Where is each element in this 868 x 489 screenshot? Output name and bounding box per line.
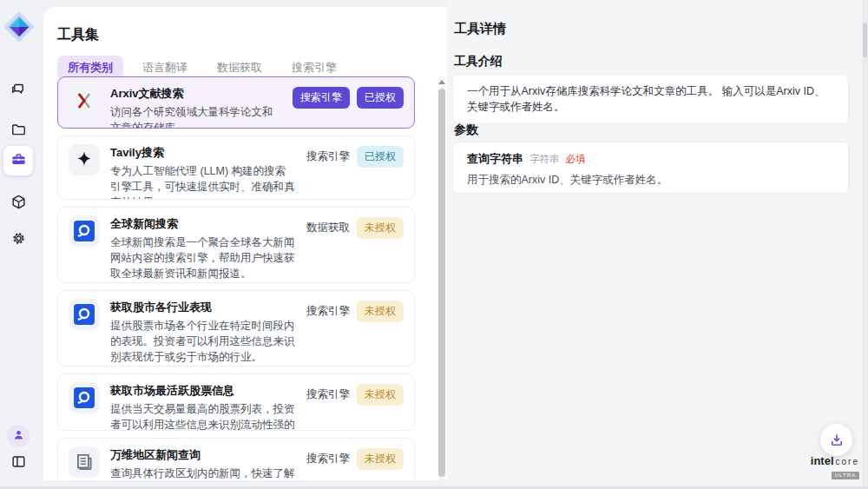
tool-category-label: 搜索引擎: [306, 304, 350, 319]
tool-description: 全球新闻搜索是一个聚合全球各大新闻网站内容的搜索引擎，帮助用户快速获取全球最新资…: [110, 235, 296, 281]
app-logo-icon[interactable]: [3, 10, 36, 43]
tool-category-badge: 搜索引擎: [293, 87, 350, 109]
list-scrollbar-thumb[interactable]: [438, 89, 445, 477]
download-icon: [829, 433, 845, 448]
list-scrollbar[interactable]: [438, 76, 445, 480]
tool-description: 提供当天交易量最高的股票列表，投资者可以利用这些信息来识别流动性强的股票和潜在的…: [110, 401, 296, 431]
user-avatar[interactable]: [7, 425, 30, 447]
tool-description: 提供股票市场各个行业在特定时间段内的表现。投资者可以利用这些信息来识别表现优于或…: [110, 318, 296, 365]
gear-icon: [10, 230, 27, 250]
download-button[interactable]: [820, 424, 852, 456]
sidebar-item-toolbox[interactable]: [3, 146, 33, 175]
tool-name: 获取市场最活跃股票信息: [110, 382, 296, 399]
tool-name: 全球新闻搜索: [110, 215, 296, 232]
param-required-flag: 必填: [566, 153, 586, 166]
tool-name: 获取股市各行业表现: [110, 299, 296, 315]
intro-card: 一个用于从Arxiv存储库搜索科学论文和文章的工具。 输入可以是Arxiv ID…: [452, 74, 849, 124]
blue-search-icon: [69, 382, 100, 413]
tool-status-badge: 未授权: [357, 448, 404, 470]
tool-status-badge: 未授权: [357, 217, 404, 239]
blue-search-icon: [69, 215, 100, 247]
param-description: 用于搜索的Arxiv ID、关键字或作者姓名。: [467, 173, 834, 188]
scroll-up-arrow-icon[interactable]: [438, 80, 445, 84]
sidebar-item-folder[interactable]: [3, 116, 33, 146]
tools-panel: 工具集 所有类别语言翻译数据获取搜索引擎 Arxiv文献搜索 访问各个研究领域大…: [43, 7, 447, 480]
tool-status-badge: 未授权: [357, 301, 404, 322]
tool-category-label: 搜索引擎: [306, 387, 350, 402]
tool-description: 查询具体行政区划内的新闻，快速了解各地新闻动: [110, 466, 296, 480]
brand-ultra-badge: ULTRA: [832, 472, 859, 479]
tool-description: 专为人工智能代理 (LLM) 构建的搜索引擎工具，可快速提供实时、准确和真实的结…: [110, 163, 296, 200]
intel-core-logo: intel core ULTRA: [802, 456, 859, 479]
param-type: 字符串: [529, 153, 560, 166]
page-scrollbar-thumb[interactable]: [863, 23, 867, 57]
tool-list: Arxiv文献搜索 访问各个研究领域大量科学论文和文章的存储库。 搜索引擎 搜索…: [57, 76, 415, 480]
tool-detail-panel: 工具详情 工具介绍 一个用于从Arxiv存储库搜索科学论文和文章的工具。 输入可…: [447, 0, 868, 489]
user-avatar-icon: [12, 428, 25, 445]
detail-title: 工具详情: [454, 21, 506, 37]
tool-card[interactable]: Tavily搜索 专为人工智能代理 (LLM) 构建的搜索引擎工具，可快速提供实…: [57, 135, 415, 200]
panel-toggle-icon: [10, 453, 27, 473]
tool-card[interactable]: Arxiv文献搜索 访问各个研究领域大量科学论文和文章的存储库。 搜索引擎 搜索…: [57, 76, 415, 129]
sidebar-item-gear[interactable]: [3, 225, 33, 254]
page-scrollbar[interactable]: [862, 0, 868, 489]
tool-card[interactable]: 获取市场最活跃股票信息 提供当天交易量最高的股票列表，投资者可以利用这些信息来识…: [57, 373, 415, 431]
sparkle-icon: [69, 144, 100, 175]
params-heading: 参数: [454, 122, 478, 138]
brand-intel-text: intel: [811, 456, 834, 466]
arxiv-icon: [69, 85, 100, 116]
sidebar-collapse-button[interactable]: [3, 448, 33, 478]
param-name: 查询字符串: [467, 151, 523, 167]
news-icon: [69, 446, 100, 478]
tool-name: 万维地区新闻查询: [110, 446, 296, 463]
tool-card[interactable]: 万维地区新闻查询 查询具体行政区划内的新闻，快速了解各地新闻动 搜索引擎 搜索引…: [57, 438, 415, 480]
toolbox-icon: [10, 151, 27, 171]
tool-category-label: 搜索引擎: [306, 452, 350, 466]
sidebar-item-cube[interactable]: [3, 188, 33, 218]
tool-card[interactable]: 全球新闻搜索 全球新闻搜索是一个聚合全球各大新闻网站内容的搜索引擎，帮助用户快速…: [57, 207, 415, 283]
param-card: 查询字符串 字符串 必填 用于搜索的Arxiv ID、关键字或作者姓名。: [452, 142, 849, 194]
tool-name: Arxiv文献搜索: [110, 85, 282, 102]
folder-icon: [10, 122, 27, 142]
tool-name: Tavily搜索: [110, 144, 296, 161]
page-title: 工具集: [57, 26, 99, 44]
tool-card[interactable]: 获取股市各行业表现 提供股票市场各个行业在特定时间段内的表现。投资者可以利用这些…: [57, 290, 415, 367]
cube-icon: [10, 194, 27, 214]
sidebar-item-chat[interactable]: [3, 76, 33, 106]
chat-icon: [10, 82, 27, 102]
blue-search-icon: [69, 299, 100, 330]
tool-status-badge: 已授权: [357, 87, 404, 109]
left-sidebar: [0, 0, 43, 489]
tool-description: 访问各个研究领域大量科学论文和文章的存储库。: [110, 104, 282, 129]
tool-category-label: 搜索引擎: [306, 149, 350, 164]
brand-core-text: core: [836, 457, 859, 467]
intro-heading: 工具介绍: [454, 54, 503, 69]
tool-category-label: 数据获取: [306, 221, 350, 235]
tool-status-badge: 已授权: [357, 146, 404, 168]
tool-status-badge: 未授权: [357, 384, 404, 406]
